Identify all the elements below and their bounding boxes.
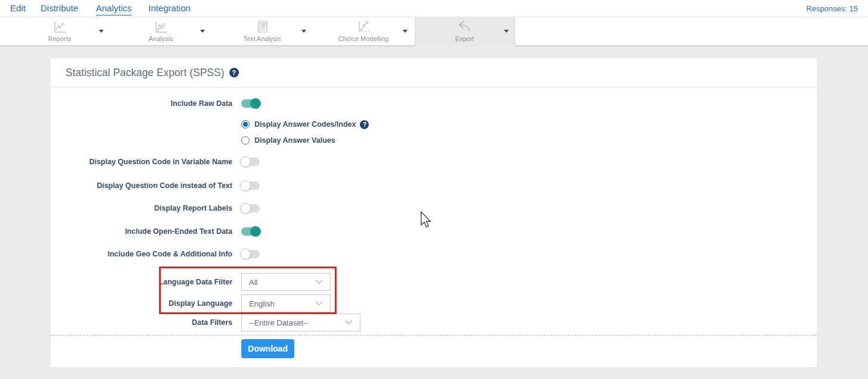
geo-code-label: Include Geo Code & Additional Info (51, 250, 232, 258)
question-code-text-toggle[interactable] (241, 181, 260, 190)
geo-code-toggle[interactable] (241, 250, 260, 258)
nav-item-edit[interactable]: Edit (10, 3, 26, 14)
export-dropdown-caret[interactable] (504, 30, 509, 33)
export-arrow-icon (457, 20, 472, 34)
answer-values-option-row: Display Answer Values (241, 136, 335, 145)
question-code-text-row: Display Question Code instead of Text (51, 180, 260, 191)
toggle-knob (240, 180, 251, 191)
display-language-row: Display Language English (51, 295, 331, 312)
choice-modelling-dropdown-caret[interactable] (403, 30, 407, 33)
toolbar-tab-label: Choice Modelling (338, 35, 388, 42)
multi-line-chart-icon (154, 20, 168, 34)
display-language-value: English (249, 299, 275, 308)
line-chart-icon (52, 20, 67, 34)
display-answer-codes-label: Display Answer Codes/Index (254, 120, 356, 129)
open-ended-label: Include Open-Ended Text Data (51, 227, 232, 236)
include-raw-data-row: Include Raw Data (51, 98, 260, 109)
question-code-variable-toggle[interactable] (241, 158, 260, 166)
toggle-knob (240, 203, 251, 214)
responses-count[interactable]: Responses: 15 (806, 4, 858, 13)
question-code-variable-row: Display Question Code in Variable Name (51, 156, 260, 167)
display-answer-values-label: Display Answer Values (254, 136, 335, 145)
language-data-filter-row: Language Data Filter All (51, 273, 331, 291)
display-answer-codes-radio[interactable] (241, 120, 250, 129)
page-root: { "top_nav": { "items": [ { "label": "Ed… (0, 0, 868, 379)
text-analysis-dropdown-caret[interactable] (301, 30, 306, 33)
open-ended-toggle[interactable] (241, 227, 260, 236)
include-raw-data-label: Include Raw Data (51, 99, 232, 108)
language-data-filter-value: All (249, 278, 257, 287)
reports-dropdown-caret[interactable] (99, 30, 104, 33)
toolbar-tab-label: Reports (48, 35, 71, 42)
toolbar-tab-label: Analysis (149, 35, 173, 42)
question-code-text-label: Display Question Code instead of Text (51, 181, 232, 190)
nav-item-analytics[interactable]: Analytics (96, 3, 132, 15)
top-navigation-bar: Edit Distribute Analytics Integration Re… (0, 0, 868, 17)
toolbar-tab-choice-modelling[interactable]: Choice Modelling (328, 20, 399, 46)
toggle-knob (240, 156, 251, 167)
download-button[interactable]: Download (241, 339, 294, 358)
document-grid-icon (255, 20, 269, 34)
question-code-variable-label: Display Question Code in Variable Name (51, 158, 232, 166)
nav-item-distribute[interactable]: Distribute (41, 3, 78, 14)
data-filters-label: Data Filters (51, 318, 232, 327)
page-title: Statistical Package Export (SPSS) (66, 67, 225, 79)
nav-item-integration[interactable]: Integration (148, 3, 191, 14)
chevron-down-icon (345, 320, 353, 325)
language-data-filter-label: Language Data Filter (51, 278, 232, 286)
display-language-select[interactable]: English (241, 295, 331, 312)
chevron-down-icon (315, 301, 323, 306)
toolbar-tab-label: Text Analysis (243, 35, 281, 42)
analytics-toolbar: Reports Analysis Text Analysis (0, 17, 868, 46)
report-labels-row: Display Report Labels (51, 203, 260, 214)
data-filters-value: --Entire Dataset-- (249, 318, 309, 327)
panel-header: Statistical Package Export (SPSS) ? (51, 58, 817, 87)
data-filters-row: Data Filters --Entire Dataset-- (51, 314, 360, 331)
answer-codes-option-row: Display Answer Codes/Index ? (241, 120, 369, 129)
display-answer-values-radio[interactable] (241, 136, 250, 145)
toolbar-tab-label: Export (455, 35, 474, 42)
toolbar-tab-reports[interactable]: Reports (24, 20, 95, 46)
geo-code-row: Include Geo Code & Additional Info (51, 249, 260, 259)
toolbar-tab-text-analysis[interactable]: Text Analysis (226, 20, 298, 46)
chevron-down-icon (315, 280, 323, 284)
analysis-dropdown-caret[interactable] (200, 30, 205, 33)
report-labels-label: Display Report Labels (51, 204, 232, 212)
data-filters-select[interactable]: --Entire Dataset-- (241, 314, 360, 331)
spss-export-panel: Statistical Package Export (SPSS) ? Incl… (51, 58, 817, 367)
toggle-knob (250, 226, 261, 237)
report-labels-toggle[interactable] (241, 204, 260, 212)
toggle-knob (250, 98, 261, 109)
display-language-label: Display Language (51, 299, 232, 308)
toolbar-tab-export[interactable]: Export (429, 20, 500, 46)
toolbar-tab-analysis[interactable]: Analysis (125, 20, 197, 46)
answer-codes-help-icon[interactable]: ? (360, 120, 369, 129)
toggle-knob (240, 249, 251, 259)
footer-separator (51, 335, 817, 336)
scatter-chart-icon (356, 20, 371, 34)
include-raw-data-toggle[interactable] (241, 99, 260, 108)
language-data-filter-select[interactable]: All (241, 273, 331, 291)
open-ended-row: Include Open-Ended Text Data (51, 226, 260, 237)
title-help-icon[interactable]: ? (229, 68, 239, 77)
